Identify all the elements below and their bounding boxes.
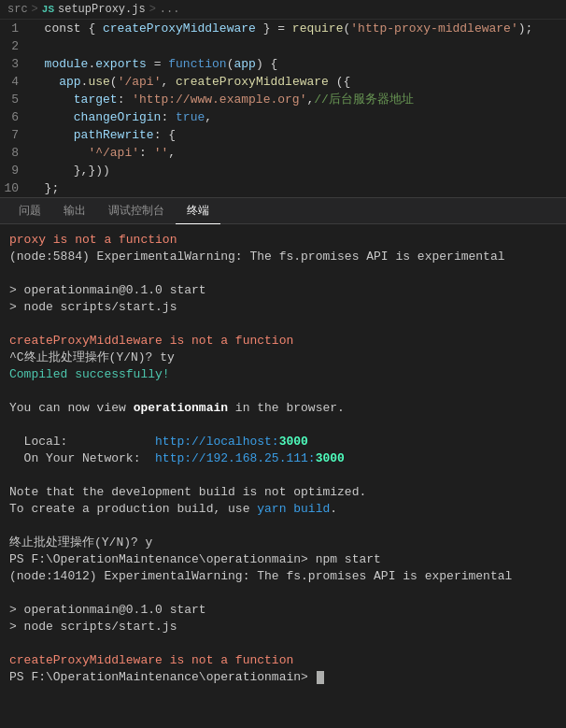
line-number: 9 <box>0 162 30 179</box>
line-content: '^/api': '', <box>30 144 176 162</box>
code-line: 5 target: 'http://www.example.org',//后台服… <box>0 91 566 108</box>
line-content: },})) <box>30 162 110 179</box>
terminal-line: proxy is not a function <box>9 232 557 249</box>
breadcrumb-sep1: > <box>32 3 38 16</box>
line-number: 6 <box>0 108 30 126</box>
code-line: 7 pathRewrite: { <box>0 126 566 144</box>
terminal-cursor <box>317 671 324 684</box>
line-number: 1 <box>0 20 30 37</box>
terminal-line: createProxyMiddleware is not a function <box>9 333 557 350</box>
terminal-line: (node:5884) ExperimentalWarning: The fs.… <box>9 249 557 265</box>
terminal-line: Local: http://localhost:3000 <box>9 434 557 450</box>
terminal-line <box>9 467 557 484</box>
terminal-line: Note that the development build is not o… <box>9 484 557 501</box>
terminal-line: 终止批处理操作(Y/N)? y <box>9 535 557 551</box>
code-line: 10 }; <box>0 179 566 197</box>
breadcrumb-src: src <box>7 3 28 16</box>
code-line: 8 '^/api': '', <box>0 144 566 162</box>
code-line: 6 changeOrigin: true, <box>0 108 566 126</box>
terminal-line: createProxyMiddleware is not a function <box>9 652 557 669</box>
line-number: 3 <box>0 55 30 73</box>
code-line: 9 },})) <box>0 162 566 179</box>
line-number: 5 <box>0 91 30 108</box>
terminal-tab-问题[interactable]: 问题 <box>7 198 52 224</box>
line-content: module.exports = function(app) { <box>30 55 277 73</box>
editor-area: 1 const { createProxyMiddleware } = requ… <box>0 20 566 198</box>
line-content: const { createProxyMiddleware } = requir… <box>30 20 532 37</box>
terminal-line: > node scripts/start.js <box>9 619 557 635</box>
line-content: app.use('/api', createProxyMiddleware ({ <box>30 73 350 91</box>
breadcrumb-sep2: > <box>149 3 156 16</box>
terminal-line: (node:14012) ExperimentalWarning: The fs… <box>9 568 557 585</box>
line-number: 2 <box>0 37 30 55</box>
breadcrumb-dots: ... <box>160 3 180 16</box>
terminal-line: > operationmain@0.1.0 start <box>9 282 557 299</box>
code-line: 3 module.exports = function(app) { <box>0 55 566 73</box>
line-content: }; <box>30 179 59 197</box>
code-line: 2 <box>0 37 566 55</box>
terminal-line: You can now view operationmain in the br… <box>9 400 557 417</box>
terminal-line: ^C终止批处理操作(Y/N)? ty <box>9 350 557 366</box>
js-icon: JS <box>42 4 54 15</box>
line-content: pathRewrite: { <box>30 126 176 144</box>
terminal-area: proxy is not a function(node:5884) Exper… <box>0 224 566 693</box>
line-content: target: 'http://www.example.org',//后台服务器… <box>30 91 414 108</box>
line-content <box>30 37 37 55</box>
terminal-tab-调试控制台[interactable]: 调试控制台 <box>97 198 176 224</box>
line-number: 8 <box>0 144 30 162</box>
terminal-tab-输出[interactable]: 输出 <box>52 198 97 224</box>
code-line: 4 app.use('/api', createProxyMiddleware … <box>0 73 566 91</box>
line-number: 4 <box>0 73 30 91</box>
terminal-line: PS F:\OperationMaintenance\operationmain… <box>9 551 557 568</box>
terminal-line: To create a production build, use yarn b… <box>9 501 557 518</box>
breadcrumb-filename: setupProxy.js <box>58 3 146 16</box>
terminal-line: Compiled successfully! <box>9 366 557 383</box>
line-number: 7 <box>0 126 30 144</box>
terminal-line <box>9 585 557 602</box>
terminal-line <box>9 265 557 282</box>
terminal-line: > node scripts/start.js <box>9 299 557 316</box>
terminal-line: On Your Network: http://192.168.25.111:3… <box>9 450 557 467</box>
terminal-line <box>9 417 557 434</box>
terminal-line: PS F:\OperationMaintenance\operationmain… <box>9 669 557 686</box>
terminal-line: > operationmain@0.1.0 start <box>9 602 557 619</box>
terminal-line <box>9 316 557 333</box>
code-line: 1 const { createProxyMiddleware } = requ… <box>0 20 566 37</box>
terminal-tabs: 问题输出调试控制台终端 <box>0 198 566 224</box>
terminal-line <box>9 635 557 652</box>
line-number: 10 <box>0 179 30 197</box>
breadcrumb-bar: src > JS setupProxy.js > ... <box>0 0 566 20</box>
line-content: changeOrigin: true, <box>30 108 212 126</box>
terminal-tab-终端[interactable]: 终端 <box>176 198 220 224</box>
terminal-line <box>9 383 557 400</box>
terminal-line <box>9 518 557 535</box>
